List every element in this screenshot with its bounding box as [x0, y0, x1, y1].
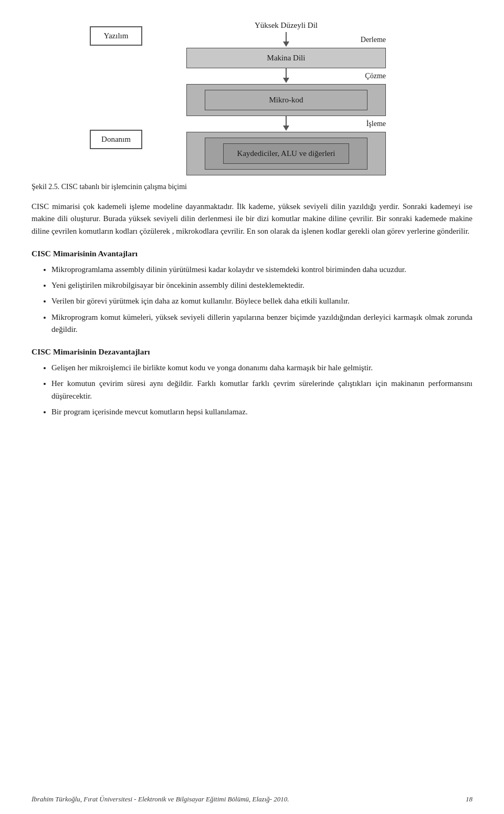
top-label: Yüksek Düzeyli Dil: [255, 21, 318, 30]
diagram-right-col: Yüksek Düzeyli Dil Derleme Makina Dili Ç…: [155, 21, 417, 175]
isleme-label: İşleme: [366, 120, 386, 128]
arrow3-container: İşleme: [186, 116, 386, 132]
section2-heading: CISC Mimarisinin Dezavantajları: [32, 347, 472, 357]
arrow1-container: Derleme: [186, 32, 386, 48]
figure-caption: Şekil 2.5. CISC tabanlı bir işlemcinin ç…: [32, 183, 472, 191]
box-mikrokod-outer: Mikro-kod: [186, 84, 386, 116]
svg-marker-1: [283, 41, 289, 47]
main-paragraph: CISC mimarisi çok kademeli işleme modeli…: [32, 201, 472, 237]
box-yazilim: Yazılım: [90, 26, 142, 46]
footer-left: İbrahim Türkoğlu, Fırat Üniversitesi - E…: [32, 795, 289, 803]
svg-marker-3: [283, 78, 289, 83]
footer: İbrahim Türkoğlu, Fırat Üniversitesi - E…: [0, 795, 504, 803]
box-kaydediciler: Kaydediciler, ALU ve diğerleri: [223, 143, 349, 164]
box-mikrokod: Mikro-kod: [205, 90, 368, 110]
list-item: Her komutun çevirim süresi aynı değildir…: [51, 378, 472, 402]
box-kaydediciler-outer: Kaydediciler, ALU ve diğerleri: [186, 132, 386, 175]
list-item: Gelişen her mikroişlemci ile birlikte ko…: [51, 362, 472, 374]
arrow2-svg: [280, 68, 292, 84]
list-item: Verilen bir görevi yürütmek için daha az…: [51, 295, 472, 307]
list-item: Yeni geliştirilen mikrobilgisayar bir ön…: [51, 279, 472, 291]
diagram-left-col: Yazılım Donanım: [87, 21, 155, 149]
list-item: Mikroprogram komut kümeleri, yüksek sevi…: [51, 311, 472, 336]
list-item: Bir program içerisinde mevcut komutların…: [51, 406, 472, 418]
box-kaydediciler-mid: Kaydediciler, ALU ve diğerleri: [205, 138, 368, 170]
box-donanim: Donanım: [90, 130, 142, 149]
section2-list: Gelişen her mikroişlemci ile birlikte ko…: [51, 362, 472, 418]
list-item: Mikroprogramlama assembly dilinin yürütü…: [51, 264, 472, 276]
box-makina-dili: Makina Dili: [186, 48, 386, 68]
svg-marker-5: [283, 126, 289, 131]
derleme-label: Derleme: [361, 36, 386, 44]
section1-list: Mikroprogramlama assembly dilinin yürütü…: [51, 264, 472, 336]
footer-page-number: 18: [466, 795, 472, 803]
section1-heading: CISC Mimarisinin Avantajları: [32, 249, 472, 258]
arrow3-svg: [280, 116, 292, 132]
arrow2-container: Çözme: [186, 68, 386, 84]
cozme-label: Çözme: [365, 72, 386, 80]
diagram-section: Yazılım Donanım Yüksek Düzeyli Dil Derle…: [32, 21, 472, 175]
arrow1-svg: [280, 32, 292, 48]
